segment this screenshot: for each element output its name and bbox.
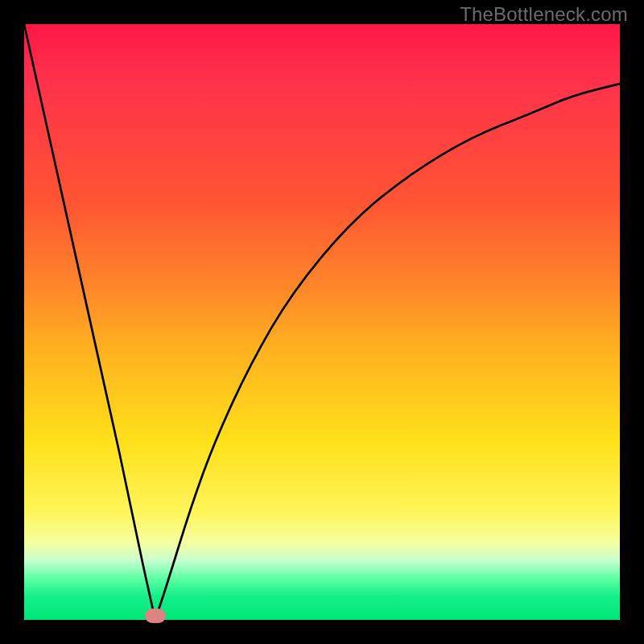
bottleneck-curve — [24, 24, 620, 620]
chart-frame: TheBottleneck.com — [0, 0, 644, 644]
minimum-marker — [145, 609, 166, 623]
watermark-text: TheBottleneck.com — [460, 3, 628, 26]
curve-svg — [24, 24, 620, 620]
plot-area — [24, 24, 620, 620]
